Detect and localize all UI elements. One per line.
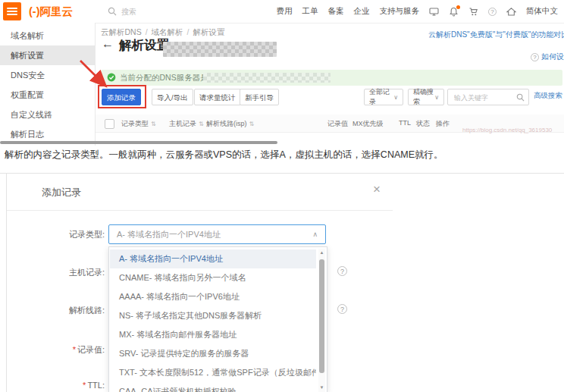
back-arrow-button[interactable]: ← [102,37,114,51]
request-stats-button[interactable]: 请求量统计 [194,89,241,105]
breadcrumb: 云解析DNS/域名解析/解析设置 [101,27,225,38]
sort-icon[interactable]: ⇅ [199,121,204,127]
dns-server-notice: 当前分配的DNS服务器是： [101,70,562,86]
top-nav: 费用 工单 备案 企业 支持与服务 ? 简体中文 [277,0,559,23]
sidebar-item-weight-config[interactable]: 权重配置 [0,85,95,105]
sort-icon[interactable]: ⇅ [151,121,156,127]
console-window: (-)阿里云 费用 工单 备案 企业 支持与服务 [0,0,564,146]
keyword-search-box [447,89,529,105]
redacted-dns-servers [203,73,331,83]
scroll-up-icon[interactable]: ▲ [318,250,325,255]
topnav-item-tickets[interactable]: 工单 [302,6,318,17]
advanced-search-link[interactable]: 高级搜索▼ [534,91,564,101]
notifications-bell-icon[interactable] [449,7,459,17]
chevron-down-icon: ∨ [434,94,439,101]
select-all-checkbox[interactable] [105,119,114,129]
dropdown-option-cname[interactable]: CNAME- 将域名指向另外一个域名 [110,268,316,287]
dropdown-option-aaaa[interactable]: AAAA- 将域名指向一个IPV6地址 [110,287,316,306]
page-title: 解析设置 [119,37,169,54]
notification-dot [456,5,460,9]
table-header-line[interactable]: 解析线路(isp)⇅ [206,119,254,129]
chevron-up-icon: ∧ [312,225,318,243]
redacted-domain-name [163,42,277,57]
global-search [108,3,237,20]
top-header: (-)阿里云 费用 工单 备案 企业 支持与服务 [0,0,564,24]
dropdown-option-ns[interactable]: NS- 将子域名指定其他DNS服务器解析 [110,306,316,325]
dialog-header-divider [7,210,393,211]
menu-toggle-button[interactable] [3,2,21,20]
breadcrumb-item[interactable]: 域名解析 [152,27,183,36]
topnav-item-billing[interactable]: 费用 [277,6,293,17]
breadcrumb-item[interactable]: 云解析DNS [101,27,142,36]
table-header-record-value: 记录值 [327,119,348,129]
console-monitor-icon[interactable] [429,7,439,17]
field-label-host-record: 主机记录: [45,267,105,278]
cart-icon[interactable] [468,7,478,17]
dropdown-option-txt[interactable]: TXT- 文本长度限制512，通常做SPF记录（反垃圾邮件） [110,363,316,382]
field-label-line: 解析线路: [45,305,105,316]
import-export-button[interactable]: 导入/导出 [152,89,193,105]
notice-text: 当前分配的DNS服务器是： [120,70,216,86]
table-header-record-type[interactable]: 记录类型⇅ [121,119,156,129]
beginner-guide-button[interactable]: 新手引导 [240,89,279,105]
sort-icon[interactable]: ⇅ [249,121,255,127]
keyword-input[interactable] [453,90,519,105]
success-check-icon [107,73,116,82]
sidebar-item-custom-lines[interactable]: 自定义线路 [0,105,95,124]
chevron-down-icon: ∨ [393,94,398,101]
screenshot-root: (-)阿里云 费用 工单 备案 企业 支持与服务 [0,0,564,392]
table-header-ttl: TTL [399,119,411,127]
table-header-host-record[interactable]: 主机记录⇅ [169,119,204,129]
table-header-mx-priority: MX优先级 [352,119,384,129]
dialog-left-border [6,173,7,392]
add-record-button[interactable]: 添加记录 [102,89,141,105]
horizontal-scrollbar-thumb [0,141,277,144]
search-mode-select[interactable]: 精确搜索∨ [408,89,444,105]
setup-help-link[interactable]: ? 如何设置解析 [531,52,564,62]
scroll-down-icon[interactable]: ▼ [318,385,325,390]
record-type-selected-value: A- 将域名指向一个IPV4地址 [117,225,221,243]
sidebar-item-resolution-settings[interactable]: 解析设置 [0,45,95,65]
dialog-top-border [0,173,564,174]
record-type-filter-select[interactable]: 全部记录∨ [364,89,403,105]
record-type-select[interactable]: A- 将域名指向一个IPV4地址 ∧ [108,224,326,244]
sidebar: 域名解析 解析设置 DNS安全 权重配置 自定义线路 解析日志 [0,23,96,146]
global-search-input[interactable] [120,7,221,17]
required-asterisk: * [73,345,76,354]
dropdown-option-caa[interactable]: CAA- CA证书颁发机构授权校验 [110,382,316,392]
breadcrumb-item: 解析设置 [193,27,225,36]
dropdown-option-srv[interactable]: SRV- 记录提供特定的服务的服务器 [110,344,316,363]
dropdown-option-mx[interactable]: MX- 将域名指向邮件服务器地址 [110,325,316,344]
aliyun-logo[interactable]: (-)阿里云 [29,0,73,23]
dropdown-option-a[interactable]: A- 将域名指向一个IPV4地址 [110,249,316,268]
field-label-record-value: *记录值: [45,344,105,356]
tutorial-caption: 解析的内容之记录类型。一般就两种，云服务器或VPS的话，选择A，虚拟主机的话，选… [5,149,558,162]
host-record-help-icon[interactable]: ? [337,266,347,276]
field-label-ttl: *TTL: [45,381,105,390]
required-asterisk: * [83,381,86,390]
record-type-dropdown: A- 将域名指向一个IPV4地址 CNAME- 将域名指向另外一个域名 AAAA… [108,246,327,392]
scrollbar-thumb[interactable] [319,259,324,373]
sidebar-item-domain-resolution[interactable]: 域名解析 [0,26,95,45]
language-selector[interactable]: 简体中文 [526,6,558,17]
table-header-actions: 操作 [436,119,450,129]
csdn-watermark: https://blog.csdn.net/qq_3619530 [462,127,552,133]
line-help-icon[interactable]: ? [337,304,347,314]
search-icon [516,93,525,102]
search-icon [108,7,117,16]
topnav-item-support[interactable]: 支持与服务 [380,6,420,17]
plan-compare-link[interactable]: 云解析DNS"免费版"与"付费版"的功能对比 [428,30,564,40]
topnav-item-enterprise[interactable]: 企业 [354,6,370,17]
sidebar-item-dns-security[interactable]: DNS安全 [0,65,95,85]
dropdown-scrollbar[interactable]: ▲ ▼ [318,249,325,392]
info-circle-icon: ? [531,53,539,61]
dialog-title: 添加记录 [42,186,81,199]
help-icon[interactable]: ? [488,8,497,16]
home-icon[interactable] [506,7,516,17]
field-label-record-type: 记录类型: [45,229,105,240]
close-icon[interactable]: × [373,183,381,196]
topnav-item-icp[interactable]: 备案 [328,6,344,17]
table-header-status: 状态 [416,119,430,129]
